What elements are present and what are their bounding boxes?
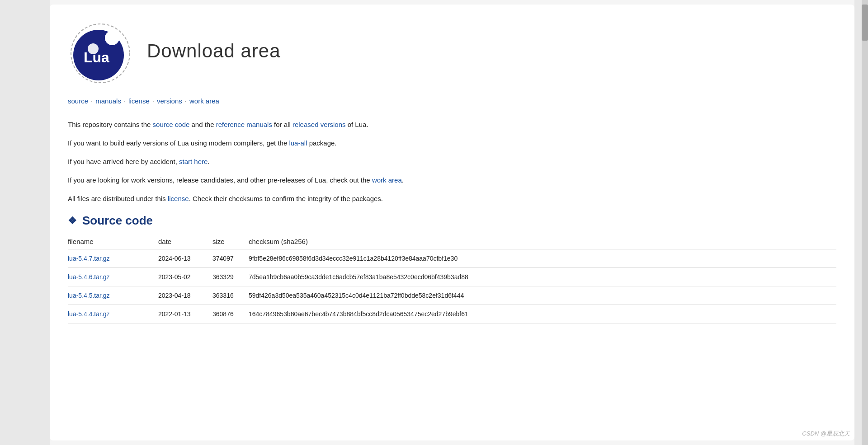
cell-date-3: 2022-01-13: [158, 305, 212, 323]
cell-date-0: 2024-06-13: [158, 249, 212, 268]
cell-date-2: 2023-04-18: [158, 286, 212, 305]
cell-filename-1: lua-5.4.6.tar.gz: [68, 268, 158, 286]
source-code-table: filename date size checksum (sha256) lua…: [68, 235, 836, 323]
cell-checksum-1: 7d5ea1b9cb6aa0b59ca3dde1c6adcb57ef83a1ba…: [249, 268, 836, 286]
desc-p3: If you have arrived here by accident, st…: [68, 155, 836, 168]
link-file-2[interactable]: lua-5.4.5.tar.gz: [68, 292, 110, 299]
link-source-code[interactable]: source code: [153, 121, 190, 128]
table-header-row: filename date size checksum (sha256): [68, 235, 836, 249]
description: This repository contains the source code…: [68, 118, 836, 205]
cell-size-0: 374097: [212, 249, 249, 268]
section-source-code-title: ❖ Source code: [68, 214, 836, 228]
nav-versions[interactable]: versions: [157, 97, 182, 105]
link-file-0[interactable]: lua-5.4.7.tar.gz: [68, 255, 110, 262]
link-work-area[interactable]: work area: [372, 176, 402, 184]
cell-size-2: 363316: [212, 286, 249, 305]
table-row: lua-5.4.4.tar.gz 2022-01-13 360876 164c7…: [68, 305, 836, 323]
nav-sep-2: ·: [124, 97, 126, 105]
diamond-icon: ❖: [68, 215, 77, 227]
nav-manuals[interactable]: manuals: [95, 97, 121, 105]
desc-p1: This repository contains the source code…: [68, 118, 836, 131]
cell-size-3: 360876: [212, 305, 249, 323]
link-file-1[interactable]: lua-5.4.6.tar.gz: [68, 273, 110, 281]
col-header-size: size: [212, 235, 249, 249]
main-content: Lua Download area source · manuals · lic…: [50, 5, 854, 440]
svg-point-2: [105, 31, 119, 45]
cell-checksum-2: 59df426a3d50ea535a460a452315c4c0d4e1121b…: [249, 286, 836, 305]
left-margin: [0, 0, 50, 445]
col-header-checksum: checksum (sha256): [249, 235, 836, 249]
nav-source[interactable]: source: [68, 97, 88, 105]
desc-p2: If you want to build early versions of L…: [68, 137, 836, 149]
nav-sep-3: ·: [152, 97, 154, 105]
cell-size-1: 363329: [212, 268, 249, 286]
desc-p5: All files are distributed under this lic…: [68, 192, 836, 205]
table-row: lua-5.4.6.tar.gz 2023-05-02 363329 7d5ea…: [68, 268, 836, 286]
header: Lua Download area: [68, 14, 836, 84]
cell-checksum-3: 164c7849653b80ae67bec4b7473b884bf5cc8d2d…: [249, 305, 836, 323]
cell-filename-0: lua-5.4.7.tar.gz: [68, 249, 158, 268]
cell-checksum-0: 9fbf5e28ef86c69858f6d3d34eccc32e911c1a28…: [249, 249, 836, 268]
nav-sep-4: ·: [185, 97, 187, 105]
link-start-here[interactable]: start here: [179, 158, 208, 165]
desc-p4: If you are looking for work versions, re…: [68, 174, 836, 186]
nav-links: source · manuals · license · versions · …: [68, 97, 836, 105]
link-file-3[interactable]: lua-5.4.4.tar.gz: [68, 310, 110, 318]
link-lua-all[interactable]: lua-all: [289, 139, 307, 147]
cell-filename-3: lua-5.4.4.tar.gz: [68, 305, 158, 323]
table-row: lua-5.4.5.tar.gz 2023-04-18 363316 59df4…: [68, 286, 836, 305]
table-row: lua-5.4.7.tar.gz 2024-06-13 374097 9fbf5…: [68, 249, 836, 268]
cell-date-1: 2023-05-02: [158, 268, 212, 286]
scrollbar-thumb[interactable]: [862, 5, 868, 41]
nav-sep-1: ·: [91, 97, 93, 105]
col-header-date: date: [158, 235, 212, 249]
watermark: CSDN @星辰北天: [802, 430, 850, 438]
page-title: Download area: [147, 40, 281, 62]
right-margin: [854, 0, 868, 445]
nav-license[interactable]: license: [128, 97, 150, 105]
svg-text:Lua: Lua: [84, 49, 109, 66]
link-reference-manuals[interactable]: reference manuals: [216, 121, 272, 128]
col-header-filename: filename: [68, 235, 158, 249]
cell-filename-2: lua-5.4.5.tar.gz: [68, 286, 158, 305]
lua-logo: Lua: [68, 18, 133, 84]
section-title-text: Source code: [82, 214, 153, 228]
link-license[interactable]: license: [168, 195, 189, 202]
nav-work-area[interactable]: work area: [189, 97, 219, 105]
link-released-versions[interactable]: released versions: [292, 121, 346, 128]
scrollbar[interactable]: [862, 0, 868, 445]
